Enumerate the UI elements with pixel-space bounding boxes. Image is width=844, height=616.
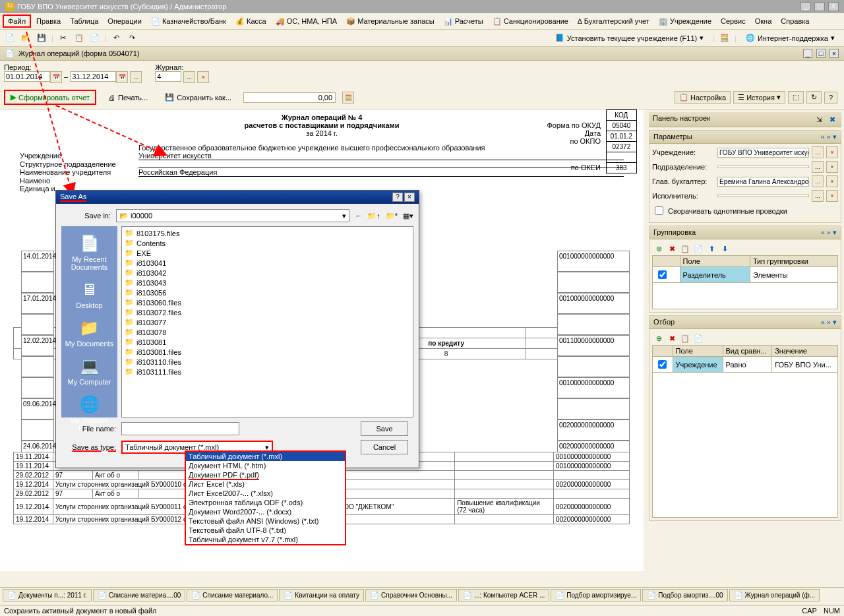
calc-icon[interactable]: 🧮 bbox=[719, 32, 731, 44]
type-option[interactable]: Текстовый файл UTF-8 (*.txt) bbox=[186, 526, 345, 535]
maximize-button[interactable]: □ bbox=[814, 2, 825, 11]
file-item[interactable]: 📁i8103043 bbox=[123, 278, 411, 288]
save-button[interactable]: Save bbox=[361, 421, 408, 436]
menu-operations[interactable]: Операции bbox=[104, 16, 145, 26]
menu-treasury[interactable]: 📄 Казначейство/Банк bbox=[147, 16, 230, 27]
type-option[interactable]: Документ Word2007-... (*.docx) bbox=[186, 507, 345, 516]
period-more-button[interactable]: ... bbox=[130, 71, 142, 83]
add-icon[interactable]: ⊕ bbox=[653, 243, 664, 254]
menu-materials[interactable]: 📦 Материальные запасы bbox=[342, 16, 438, 27]
place-desktop[interactable]: 🖥Desktop bbox=[75, 276, 104, 312]
file-item[interactable]: 📁i8103072.files bbox=[123, 307, 411, 317]
menu-institution[interactable]: 🏢 Учреждение bbox=[655, 16, 715, 27]
undo-icon[interactable]: ↶ bbox=[111, 32, 123, 44]
journal-clear-button[interactable]: × bbox=[197, 71, 209, 83]
history-button[interactable]: ☰ История ▾ bbox=[733, 91, 785, 104]
institution-select[interactable]: ГОБУ ВПО Университет искусс bbox=[717, 148, 809, 158]
executor-select[interactable] bbox=[717, 195, 809, 197]
journal-input[interactable]: 4 bbox=[155, 71, 181, 82]
redo-icon[interactable]: ↷ bbox=[127, 32, 138, 44]
file-item[interactable]: 📁i8103110.files bbox=[123, 357, 411, 367]
menu-calc[interactable]: 📊 Расчеты bbox=[440, 16, 487, 27]
filter-table[interactable]: ПолеВид сравн...Значение УчреждениеРавно… bbox=[652, 345, 838, 518]
menu-table[interactable]: Таблица bbox=[66, 16, 102, 26]
bottom-tab[interactable]: 📄Квитанции на оплату bbox=[279, 589, 364, 601]
up-folder-icon[interactable]: 📁↑ bbox=[367, 212, 380, 220]
minimize-button[interactable]: _ bbox=[800, 2, 811, 11]
new-folder-icon[interactable]: 📁* bbox=[386, 212, 398, 220]
place-recent[interactable]: 📄My Recent Documents bbox=[61, 230, 117, 274]
menu-edit[interactable]: Правка bbox=[32, 16, 65, 26]
generate-report-button[interactable]: ▶ Сформировать отчет bbox=[4, 90, 96, 105]
view-icon[interactable]: ▦▾ bbox=[403, 212, 413, 220]
tab-minimize[interactable]: _ bbox=[803, 49, 812, 58]
delete-icon[interactable]: ✖ bbox=[667, 333, 677, 344]
save-as-button[interactable]: 💾 Сохранить как... bbox=[160, 91, 237, 104]
save-type-dropdown[interactable]: Табличный документ (*.mxl)Документ HTML … bbox=[185, 450, 346, 545]
grouping-table[interactable]: ПолеТип группировки РазделительЭлементы bbox=[652, 255, 838, 309]
new-icon[interactable]: 📄 bbox=[4, 32, 16, 44]
file-item[interactable]: 📁Contents bbox=[123, 238, 411, 248]
type-option[interactable]: Документ PDF (*.pdf) bbox=[186, 470, 345, 479]
bottom-tab[interactable]: 📄Справочник Основны... bbox=[365, 589, 457, 601]
file-item[interactable]: 📁i8103081.files bbox=[123, 347, 411, 357]
copy-icon[interactable]: 📋 bbox=[73, 32, 85, 44]
cut-icon[interactable]: ✂ bbox=[57, 32, 69, 44]
dialog-close-button[interactable]: × bbox=[404, 193, 415, 202]
file-item[interactable]: 📁i8103111.files bbox=[123, 367, 411, 377]
list-icon[interactable]: 📄 bbox=[693, 243, 704, 254]
tab-close[interactable]: × bbox=[829, 49, 839, 58]
menu-file[interactable]: Файл bbox=[3, 15, 31, 28]
date-to-input[interactable] bbox=[70, 71, 116, 82]
panel-expand-icon[interactable]: ⇲ bbox=[814, 114, 825, 125]
type-option[interactable]: Табличный документ v7.7 (*.mxl) bbox=[186, 535, 345, 544]
file-item[interactable]: 📁i8103041 bbox=[123, 258, 411, 268]
calendar-to-icon[interactable]: 📅 bbox=[116, 71, 128, 83]
copy-icon[interactable]: 📋 bbox=[680, 333, 690, 344]
close-button[interactable]: × bbox=[828, 2, 839, 11]
bottom-tab[interactable]: 📄Подбор амортизируе... bbox=[551, 589, 641, 601]
menu-service[interactable]: Сервис bbox=[717, 16, 750, 26]
menu-help[interactable]: Справка bbox=[777, 16, 813, 26]
save-in-combo[interactable]: 📂 i00000▾ bbox=[116, 209, 349, 222]
accountant-select[interactable]: Еремина Галина Александровн bbox=[717, 177, 809, 187]
file-item[interactable]: 📁i8103081 bbox=[123, 337, 411, 347]
file-item[interactable]: 📁EXE bbox=[123, 248, 411, 258]
file-item[interactable]: 📁8103175.files bbox=[123, 228, 411, 238]
cancel-button[interactable]: Cancel bbox=[361, 440, 408, 454]
menu-assets[interactable]: 🚚 ОС, НМА, НПА bbox=[272, 16, 341, 27]
bottom-tab[interactable]: 📄Списание материало... bbox=[187, 589, 278, 601]
journal-more-button[interactable]: ... bbox=[183, 71, 195, 83]
type-option[interactable]: Лист Excel2007-... (*.xlsx) bbox=[186, 489, 345, 498]
refresh-icon[interactable]: ↻ bbox=[806, 91, 822, 104]
open-icon[interactable]: 📂 bbox=[20, 32, 32, 44]
question-icon[interactable]: ? bbox=[824, 92, 837, 104]
paste-icon[interactable]: 📄 bbox=[89, 32, 101, 44]
file-item[interactable]: 📁i8103042 bbox=[123, 268, 411, 278]
settings-button[interactable]: 📋 Настройка bbox=[675, 91, 731, 104]
filename-input[interactable] bbox=[121, 422, 239, 435]
bottom-tab[interactable]: 📄Списание материа....00 bbox=[93, 589, 185, 601]
bottom-tab[interactable]: 📄Подбор амортиз....00 bbox=[642, 589, 727, 601]
tab-maximize[interactable]: □ bbox=[816, 49, 826, 58]
subdivision-select[interactable] bbox=[717, 166, 809, 168]
calendar-from-icon[interactable]: 📅 bbox=[50, 71, 62, 83]
add-icon[interactable]: ⊕ bbox=[653, 333, 664, 344]
inst-more-button[interactable]: ... bbox=[812, 146, 824, 158]
place-computer[interactable]: 💻My Computer bbox=[66, 353, 112, 388]
help-icon[interactable]: ⬚ bbox=[788, 91, 804, 104]
up-icon[interactable]: ⬆ bbox=[706, 243, 717, 254]
save-icon[interactable]: 💾 bbox=[36, 32, 47, 44]
bottom-tab[interactable]: 📄Документы п...: 2011 г. bbox=[3, 589, 92, 601]
file-item[interactable]: 📁i8103077 bbox=[123, 317, 411, 327]
file-item[interactable]: 📁i8103060.files bbox=[123, 297, 411, 307]
place-documents[interactable]: 📁My Documents bbox=[64, 315, 115, 350]
menu-sanction[interactable]: 📋 Санкционирование bbox=[489, 16, 572, 27]
bottom-tab[interactable]: 📄Журнал операций (ф... bbox=[729, 589, 820, 601]
list-icon[interactable]: 📄 bbox=[693, 333, 704, 344]
set-institution-button[interactable]: 📘 Установить текущее учреждение (F11) ▾ bbox=[550, 32, 709, 44]
down-icon[interactable]: ⬇ bbox=[719, 243, 730, 254]
file-list[interactable]: 📁8103175.files📁Contents📁EXE📁i8103041📁i81… bbox=[121, 226, 413, 417]
type-option[interactable]: Лист Excel (*.xls) bbox=[186, 479, 345, 489]
menu-cash[interactable]: 💰 Касса bbox=[231, 16, 270, 27]
